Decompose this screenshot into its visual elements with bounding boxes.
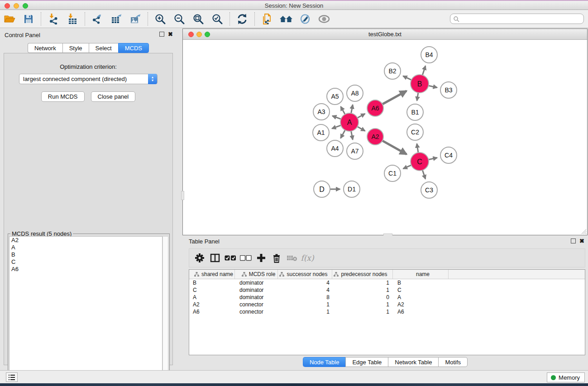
table-row[interactable]: A2connector11A2 xyxy=(189,301,585,308)
home-pages-icon[interactable] xyxy=(279,12,293,26)
tab-edge-table[interactable]: Edge Table xyxy=(345,357,388,367)
graph-edge-B-B1[interactable] xyxy=(417,93,418,101)
tab-network-table[interactable]: Network Table xyxy=(388,357,438,367)
network-canvas[interactable]: B4B2BB3B1A5A8A6A3AA1A2A4A7C2CC4C1C3DD1 xyxy=(183,40,587,235)
tab-motifs[interactable]: Motifs xyxy=(438,357,468,367)
optimization-criterion-select[interactable]: largest connected component (directed) ▲… xyxy=(19,74,158,84)
show-graphics-eye-icon[interactable] xyxy=(317,12,331,26)
table-cell: A xyxy=(189,294,235,301)
run-mcds-button[interactable]: Run MCDS xyxy=(41,91,85,102)
graph-edge-B-B4[interactable] xyxy=(422,66,425,75)
column-header-predecessor-nodes[interactable]: predecessor nodes xyxy=(332,270,393,279)
graph-edge-A-A4[interactable] xyxy=(340,130,345,138)
close-panel-button[interactable]: Close panel xyxy=(91,91,136,102)
graph-node-label: C4 xyxy=(445,152,453,159)
mcds-result-item[interactable]: A xyxy=(10,244,162,251)
mcds-result-item[interactable]: A6 xyxy=(10,266,162,273)
mcds-tab-content: Optimization criterion: largest connecte… xyxy=(4,53,173,365)
table-float-panel-icon[interactable] xyxy=(571,238,576,243)
graph-edge-C-C3[interactable] xyxy=(422,170,425,179)
tab-network[interactable]: Network xyxy=(28,43,62,53)
save-session-icon[interactable] xyxy=(22,12,35,26)
zoom-out-icon[interactable] xyxy=(172,12,186,26)
table-row[interactable]: Cdominator41C xyxy=(189,286,585,294)
table-toolbar: f(x) xyxy=(189,248,585,267)
import-table-icon[interactable] xyxy=(66,12,79,26)
network-window-titlebar[interactable]: testGlobe.txt xyxy=(183,29,587,40)
zoom-in-icon[interactable] xyxy=(153,12,167,26)
close-panel-icon[interactable]: ✖ xyxy=(168,32,173,37)
graph-edge-A-A2[interactable] xyxy=(357,127,365,131)
table-cell: 1 xyxy=(332,286,393,294)
optimization-criterion-label: Optimization criterion: xyxy=(4,63,172,70)
function-builder-icon[interactable]: f(x) xyxy=(300,251,315,265)
refresh-view-icon[interactable] xyxy=(235,12,249,26)
float-panel-icon[interactable] xyxy=(159,32,164,37)
split-divider-gripper[interactable] xyxy=(181,191,184,200)
graph-node-label: C xyxy=(417,158,422,166)
show-columns-icon[interactable] xyxy=(207,251,223,265)
import-network-icon[interactable] xyxy=(47,12,60,26)
graph-edge-A6-B[interactable] xyxy=(382,91,406,104)
graph-edge-A-A5[interactable] xyxy=(341,106,345,114)
graph-node-label: A1 xyxy=(317,129,325,136)
tab-node-table[interactable]: Node Table xyxy=(303,357,346,367)
column-header-successor-nodes[interactable]: successor nodes xyxy=(278,270,332,279)
graph-edge-A-A6[interactable] xyxy=(358,114,365,118)
table-options-gear-icon[interactable] xyxy=(192,251,207,265)
memory-button[interactable]: Memory xyxy=(547,372,585,382)
graph-edge-A-A8[interactable] xyxy=(351,105,353,113)
add-column-icon[interactable] xyxy=(253,251,269,265)
export-network-icon[interactable] xyxy=(91,12,104,26)
resize-grip-icon[interactable] xyxy=(580,228,587,234)
graph-edge-A-A1[interactable] xyxy=(332,125,341,129)
mcds-result-item[interactable]: C xyxy=(10,258,162,266)
table-cell: A6 xyxy=(393,308,449,315)
graph-edge-A2-C[interactable] xyxy=(382,141,407,154)
table-row[interactable]: Bdominator41B xyxy=(189,279,585,286)
node-table: shared name MCDS role successor nodes pr… xyxy=(189,269,585,355)
application-window: Session: New Session xyxy=(0,0,588,386)
graph-edge-A-A3[interactable] xyxy=(332,116,341,119)
graph-edge-C-C1[interactable] xyxy=(403,165,411,169)
tab-mcds[interactable]: MCDS xyxy=(118,43,149,53)
show-task-history-button[interactable] xyxy=(6,372,18,382)
column-header-mcds-role[interactable]: MCDS role xyxy=(235,270,278,279)
tab-style[interactable]: Style xyxy=(62,43,89,53)
open-session-icon[interactable] xyxy=(3,12,16,26)
clone-network-icon[interactable] xyxy=(260,12,274,26)
column-header-shared-name[interactable]: shared name xyxy=(189,270,235,279)
zoom-selected-icon[interactable] xyxy=(210,12,224,26)
search-field[interactable] xyxy=(450,14,584,24)
export-table-icon[interactable] xyxy=(110,12,123,26)
column-header-name[interactable]: name xyxy=(393,270,449,279)
graph-edge-C-C2[interactable] xyxy=(417,144,418,153)
tab-select[interactable]: Select xyxy=(89,43,118,53)
table-cell: 1 xyxy=(278,301,332,308)
graph-edge-C-C4[interactable] xyxy=(429,158,437,160)
zoom-fit-icon[interactable] xyxy=(191,12,205,26)
mcds-result-item[interactable]: A2 xyxy=(10,237,162,244)
table-row[interactable]: Adominator80A xyxy=(189,294,585,301)
status-bar: Memory xyxy=(0,370,588,383)
result-scrollbar[interactable] xyxy=(163,236,168,386)
delete-table-icon[interactable] xyxy=(284,251,300,265)
graph-edge-A-A7[interactable] xyxy=(351,131,353,140)
mcds-result-item[interactable]: B xyxy=(10,251,162,258)
export-image-icon[interactable] xyxy=(129,12,142,26)
graph-node-label: B4 xyxy=(425,51,433,58)
select-all-checkboxes-icon[interactable] xyxy=(223,251,238,265)
table-row[interactable]: A6connector11A6 xyxy=(189,308,585,315)
graph-edge-B-B2[interactable] xyxy=(403,76,411,80)
search-input[interactable] xyxy=(459,15,583,23)
graph-edge-B-B3[interactable] xyxy=(429,86,437,87)
table-cell: 4 xyxy=(278,286,332,294)
table-header-row: shared name MCDS role successor nodes pr… xyxy=(189,270,585,279)
hide-annotations-icon[interactable] xyxy=(298,12,312,26)
delete-columns-trash-icon[interactable] xyxy=(269,251,284,265)
graph-node-label: C2 xyxy=(411,129,419,136)
deselect-all-checkboxes-icon[interactable] xyxy=(238,251,253,265)
table-close-panel-icon[interactable]: ✖ xyxy=(579,238,584,243)
dropdown-stepper-icon: ▲▼ xyxy=(148,74,157,84)
table-cell: A2 xyxy=(393,301,449,308)
